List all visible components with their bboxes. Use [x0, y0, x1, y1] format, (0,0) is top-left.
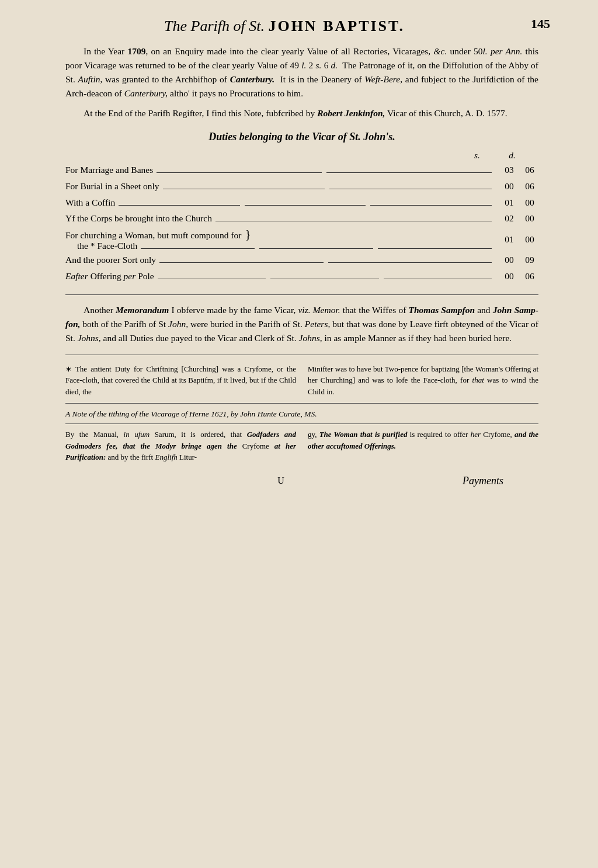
- page-number: 145: [531, 16, 550, 32]
- footnote-right: Minifter was to have but Two-pence for b…: [308, 363, 538, 398]
- title-italic: The Parifh of St.: [164, 18, 265, 34]
- duty-row-coffin: With a Coffin 01 00: [65, 196, 538, 210]
- duty-row-easter: Eafter Offering per Pole 00 06: [65, 269, 538, 284]
- title-normal: JOHN BAPTIST.: [268, 18, 405, 34]
- footer-right: Payments: [463, 475, 503, 487]
- memorandum-paragraph: Another Memorandum I obferve made by the…: [65, 303, 538, 345]
- main-title: The Parifh of St. JOHN BAPTIST.: [65, 18, 538, 35]
- manual-right: gy, The Woman that is purified is requir…: [308, 429, 538, 463]
- manual-left: By the Manual, in ufum Sarum, it is orde…: [65, 429, 296, 463]
- col-d: d.: [503, 150, 521, 161]
- footnote-left: ∗ The antient Duty for Chriftning [Churc…: [65, 363, 296, 398]
- second-paragraph: At the End of the Parifh Regifter, I fin…: [65, 106, 538, 120]
- duty-row-burial-sheet: For Burial in a Sheet only 00 06: [65, 179, 538, 194]
- duties-header: s. d.: [65, 150, 538, 161]
- footnote-section: ∗ The antient Duty for Chriftning [Churc…: [65, 363, 538, 398]
- duty-row-poorer: And the poorer Sort only 00 09: [65, 253, 538, 268]
- col-s: s.: [468, 150, 486, 161]
- duty-desc-marriage: For Marriage and Banes: [65, 163, 492, 178]
- duty-row-churching: For churching a Woman, but muft compound…: [65, 228, 538, 251]
- duties-heading: Duties belonging to the Vicar of St. Joh…: [65, 131, 538, 143]
- footer: U Payments: [65, 475, 538, 487]
- duty-row-marriage: For Marriage and Banes 03 06: [65, 163, 538, 178]
- footer-center: U: [277, 475, 286, 486]
- manual-section: By the Manual, in ufum Sarum, it is orde…: [65, 429, 538, 463]
- note-line: A Note of the tithing of the Vicarage of…: [65, 409, 538, 419]
- page-container: 145 The Parifh of St. JOHN BAPTIST. In t…: [36, 0, 562, 505]
- separator: [65, 294, 538, 295]
- separator4: [65, 423, 538, 424]
- intro-paragraph: In the Year 1709, on an Enquiry made int…: [65, 44, 538, 100]
- separator3: [65, 403, 538, 404]
- separator2: [65, 355, 538, 355]
- duty-row-corps: Yf the Corps be brought into the Church …: [65, 211, 538, 226]
- duties-table: s. d. For Marriage and Banes 03 06 For B…: [65, 150, 538, 284]
